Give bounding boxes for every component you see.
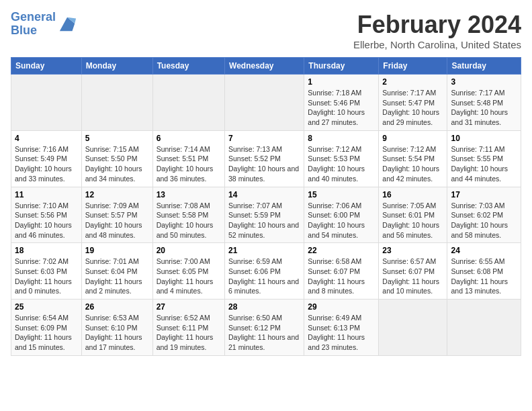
day-number: 16 <box>382 190 443 199</box>
day-number: 25 <box>15 302 78 312</box>
day-number: 22 <box>308 246 375 255</box>
day-number: 13 <box>157 190 221 199</box>
day-info: Sunrise: 7:15 AMSunset: 5:50 PMDaylight:… <box>85 144 149 184</box>
calendar-cell: 27 Sunrise: 6:52 AMSunset: 6:11 PMDaylig… <box>152 300 224 356</box>
day-number: 20 <box>157 246 221 255</box>
calendar-cell: 8 Sunrise: 7:12 AMSunset: 5:53 PMDayligh… <box>304 130 379 187</box>
day-number: 21 <box>228 246 300 255</box>
day-number: 23 <box>382 246 443 255</box>
day-info: Sunrise: 7:11 AMSunset: 5:55 PMDaylight:… <box>451 144 517 184</box>
logo-text: General Blue <box>11 11 56 38</box>
day-info: Sunrise: 6:50 AMSunset: 6:12 PMDaylight:… <box>228 313 300 353</box>
day-info: Sunrise: 6:54 AMSunset: 6:09 PMDaylight:… <box>15 313 78 353</box>
calendar-cell: 20 Sunrise: 7:00 AMSunset: 6:05 PMDaylig… <box>152 243 224 300</box>
day-info: Sunrise: 7:02 AMSunset: 6:03 PMDaylight:… <box>15 257 78 296</box>
day-info: Sunrise: 7:16 AMSunset: 5:49 PMDaylight:… <box>15 144 78 184</box>
day-info: Sunrise: 7:05 AMSunset: 6:01 PMDaylight:… <box>382 201 443 240</box>
day-number: 15 <box>308 190 375 199</box>
day-info: Sunrise: 7:17 AMSunset: 5:48 PMDaylight:… <box>451 88 517 128</box>
day-info: Sunrise: 6:52 AMSunset: 6:11 PMDaylight:… <box>157 313 221 353</box>
day-number: 6 <box>157 134 221 143</box>
calendar-cell: 13 Sunrise: 7:08 AMSunset: 5:58 PMDaylig… <box>152 187 224 243</box>
calendar-cell: 1 Sunrise: 7:18 AMSunset: 5:46 PMDayligh… <box>304 75 379 131</box>
calendar-week-row: 18 Sunrise: 7:02 AMSunset: 6:03 PMDaylig… <box>11 243 521 300</box>
day-number: 12 <box>85 190 149 199</box>
day-info: Sunrise: 7:14 AMSunset: 5:51 PMDaylight:… <box>157 144 221 184</box>
day-number: 29 <box>308 302 375 312</box>
calendar-cell: 23 Sunrise: 6:57 AMSunset: 6:07 PMDaylig… <box>379 243 447 300</box>
calendar-cell: 2 Sunrise: 7:17 AMSunset: 5:47 PMDayligh… <box>379 75 447 131</box>
day-number: 5 <box>85 134 149 143</box>
calendar-week-row: 25 Sunrise: 6:54 AMSunset: 6:09 PMDaylig… <box>11 300 521 356</box>
calendar-cell: 5 Sunrise: 7:15 AMSunset: 5:50 PMDayligh… <box>81 130 152 187</box>
day-number: 2 <box>382 77 443 87</box>
calendar-cell <box>152 75 224 131</box>
day-info: Sunrise: 7:17 AMSunset: 5:47 PMDaylight:… <box>382 88 443 128</box>
calendar-cell: 11 Sunrise: 7:10 AMSunset: 5:56 PMDaylig… <box>11 187 82 243</box>
calendar-cell <box>447 300 521 356</box>
calendar-cell: 19 Sunrise: 7:01 AMSunset: 6:04 PMDaylig… <box>81 243 152 300</box>
weekday-header-monday: Monday <box>81 58 152 75</box>
day-number: 10 <box>451 134 517 143</box>
day-number: 9 <box>382 134 443 143</box>
calendar-cell: 24 Sunrise: 6:55 AMSunset: 6:08 PMDaylig… <box>447 243 521 300</box>
weekday-header-sunday: Sunday <box>11 58 82 75</box>
day-info: Sunrise: 7:03 AMSunset: 6:02 PMDaylight:… <box>451 201 517 240</box>
day-number: 27 <box>157 302 221 312</box>
calendar-week-row: 1 Sunrise: 7:18 AMSunset: 5:46 PMDayligh… <box>11 75 521 131</box>
day-number: 1 <box>308 77 375 87</box>
logo-icon <box>58 15 77 34</box>
weekday-header-wednesday: Wednesday <box>225 58 304 75</box>
day-info: Sunrise: 7:01 AMSunset: 6:04 PMDaylight:… <box>85 257 149 296</box>
day-info: Sunrise: 7:08 AMSunset: 5:58 PMDaylight:… <box>157 201 221 240</box>
calendar-cell: 4 Sunrise: 7:16 AMSunset: 5:49 PMDayligh… <box>11 130 82 187</box>
calendar-table: SundayMondayTuesdayWednesdayThursdayFrid… <box>11 57 521 356</box>
title-block: February 2024 Ellerbe, North Carolina, U… <box>353 11 521 50</box>
day-number: 18 <box>15 246 78 255</box>
day-info: Sunrise: 7:12 AMSunset: 5:53 PMDaylight:… <box>308 144 375 184</box>
calendar-cell: 18 Sunrise: 7:02 AMSunset: 6:03 PMDaylig… <box>11 243 82 300</box>
day-info: Sunrise: 6:55 AMSunset: 6:08 PMDaylight:… <box>451 257 517 296</box>
day-info: Sunrise: 7:00 AMSunset: 6:05 PMDaylight:… <box>157 257 221 296</box>
day-number: 19 <box>85 246 149 255</box>
calendar-week-row: 4 Sunrise: 7:16 AMSunset: 5:49 PMDayligh… <box>11 130 521 187</box>
day-number: 4 <box>15 134 78 143</box>
calendar-cell: 10 Sunrise: 7:11 AMSunset: 5:55 PMDaylig… <box>447 130 521 187</box>
calendar-cell: 16 Sunrise: 7:05 AMSunset: 6:01 PMDaylig… <box>379 187 447 243</box>
calendar-cell <box>379 300 447 356</box>
weekday-header-row: SundayMondayTuesdayWednesdayThursdayFrid… <box>11 58 521 75</box>
weekday-header-thursday: Thursday <box>304 58 379 75</box>
day-number: 11 <box>15 190 78 199</box>
calendar-week-row: 11 Sunrise: 7:10 AMSunset: 5:56 PMDaylig… <box>11 187 521 243</box>
calendar-cell <box>11 75 82 131</box>
calendar-cell: 26 Sunrise: 6:53 AMSunset: 6:10 PMDaylig… <box>81 300 152 356</box>
day-info: Sunrise: 7:09 AMSunset: 5:57 PMDaylight:… <box>85 201 149 240</box>
calendar-cell: 12 Sunrise: 7:09 AMSunset: 5:57 PMDaylig… <box>81 187 152 243</box>
calendar-cell <box>225 75 304 131</box>
day-number: 28 <box>228 302 300 312</box>
weekday-header-friday: Friday <box>379 58 447 75</box>
calendar-cell: 21 Sunrise: 6:59 AMSunset: 6:06 PMDaylig… <box>225 243 304 300</box>
calendar-cell: 22 Sunrise: 6:58 AMSunset: 6:07 PMDaylig… <box>304 243 379 300</box>
day-info: Sunrise: 7:10 AMSunset: 5:56 PMDaylight:… <box>15 201 78 240</box>
day-number: 24 <box>451 246 517 255</box>
calendar-cell: 14 Sunrise: 7:07 AMSunset: 5:59 PMDaylig… <box>225 187 304 243</box>
day-info: Sunrise: 7:18 AMSunset: 5:46 PMDaylight:… <box>308 88 375 128</box>
calendar-cell: 29 Sunrise: 6:49 AMSunset: 6:13 PMDaylig… <box>304 300 379 356</box>
weekday-header-saturday: Saturday <box>447 58 521 75</box>
day-info: Sunrise: 7:06 AMSunset: 6:00 PMDaylight:… <box>308 201 375 240</box>
day-info: Sunrise: 6:57 AMSunset: 6:07 PMDaylight:… <box>382 257 443 296</box>
calendar-cell: 17 Sunrise: 7:03 AMSunset: 6:02 PMDaylig… <box>447 187 521 243</box>
calendar-title: February 2024 <box>353 11 521 39</box>
day-number: 3 <box>451 77 517 87</box>
logo: General Blue <box>11 11 77 38</box>
calendar-cell: 15 Sunrise: 7:06 AMSunset: 6:00 PMDaylig… <box>304 187 379 243</box>
day-info: Sunrise: 7:12 AMSunset: 5:54 PMDaylight:… <box>382 144 443 184</box>
day-info: Sunrise: 7:07 AMSunset: 5:59 PMDaylight:… <box>228 201 300 240</box>
calendar-cell: 6 Sunrise: 7:14 AMSunset: 5:51 PMDayligh… <box>152 130 224 187</box>
day-number: 14 <box>228 190 300 199</box>
day-info: Sunrise: 6:59 AMSunset: 6:06 PMDaylight:… <box>228 257 300 296</box>
calendar-subtitle: Ellerbe, North Carolina, United States <box>353 39 521 50</box>
calendar-cell: 7 Sunrise: 7:13 AMSunset: 5:52 PMDayligh… <box>225 130 304 187</box>
calendar-cell: 28 Sunrise: 6:50 AMSunset: 6:12 PMDaylig… <box>225 300 304 356</box>
